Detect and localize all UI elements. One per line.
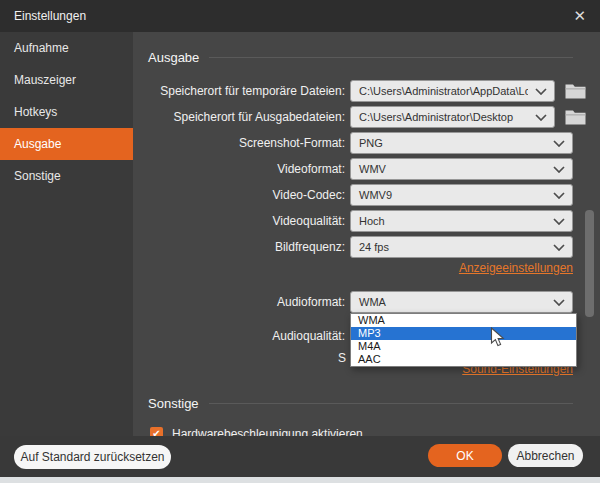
select-value: Hoch — [351, 215, 546, 227]
audio-format-label: Audioformat: — [133, 295, 345, 309]
display-settings-link[interactable]: Anzeigeeinstellungen — [459, 261, 573, 275]
sidebar-item-label: Hotkeys — [14, 105, 57, 119]
obscured-text-fragment: S — [133, 351, 346, 365]
sidebar-item-hotkeys[interactable]: Hotkeys — [0, 96, 133, 128]
settings-dialog: Einstellungen ✕ Aufnahme Mauszeiger Hotk… — [0, 0, 600, 483]
select-value: WMV — [351, 163, 546, 175]
form-row-video-format: Videoformat: WMV — [133, 158, 573, 180]
select-value: WMA — [351, 296, 546, 308]
vertical-scrollbar-thumb[interactable] — [585, 210, 594, 317]
dropdown-option-mp3[interactable]: MP3 — [351, 327, 576, 340]
close-icon[interactable]: ✕ — [573, 0, 586, 32]
select-value: WMV9 — [351, 189, 546, 201]
select-value: C:\Users\Administrator\AppData\Loca — [351, 85, 528, 97]
cancel-button[interactable]: Abbrechen — [508, 444, 583, 467]
select-value: C:\Users\Administrator\Desktop — [351, 111, 528, 123]
section-divider — [209, 57, 573, 58]
chevron-down-icon — [546, 140, 572, 147]
hardware-acceleration-row: ✔ Hardwarebeschleunigung aktivieren — [150, 427, 363, 436]
dropdown-option-wma[interactable]: WMA — [351, 314, 576, 327]
chevron-down-icon — [546, 299, 572, 306]
dropdown-option-m4a[interactable]: M4A — [351, 340, 576, 353]
temp-dir-select[interactable]: C:\Users\Administrator\AppData\Loca — [350, 80, 555, 102]
chevron-down-icon — [546, 166, 572, 173]
sidebar-item-label: Mauszeiger — [14, 73, 76, 87]
frame-rate-label: Bildfrequenz: — [133, 240, 345, 254]
reset-defaults-button[interactable]: Auf Standard zurücksetzen — [14, 445, 171, 469]
hardware-acceleration-label: Hardwarebeschleunigung aktivieren — [172, 427, 363, 436]
window-bottom-edge — [0, 477, 600, 483]
mouse-cursor — [490, 327, 505, 352]
video-format-label: Videoformat: — [133, 162, 345, 176]
titlebar: Einstellungen — [0, 0, 600, 32]
video-quality-label: Videoqualität: — [133, 214, 345, 228]
audio-format-dropdown-list: WMA MP3 M4A AAC — [350, 313, 577, 367]
sidebar-item-label: Aufnahme — [14, 41, 69, 55]
screenshot-format-label: Screenshot-Format: — [133, 136, 345, 150]
hardware-acceleration-checkbox[interactable]: ✔ — [150, 427, 163, 436]
dropdown-option-aac[interactable]: AAC — [351, 353, 576, 366]
temp-dir-label: Speicherort für temporäre Dateien: — [133, 84, 345, 98]
form-row-audio-format: Audioformat: WMA — [133, 291, 573, 313]
display-settings-link-row: Anzeigeeinstellungen — [459, 261, 573, 275]
video-codec-select[interactable]: WMV9 — [350, 184, 573, 206]
settings-content: Ausgabe Speicherort für temporäre Dateie… — [133, 32, 600, 436]
section-divider — [209, 403, 573, 404]
form-row-audio-quality: Audioqualität: — [133, 325, 350, 347]
form-row-frame-rate: Bildfrequenz: 24 fps — [133, 236, 573, 258]
output-dir-select[interactable]: C:\Users\Administrator\Desktop — [350, 106, 555, 128]
chevron-down-icon — [546, 218, 572, 225]
sidebar-item-label: Sonstige — [14, 169, 61, 183]
form-row-video-codec: Video-Codec: WMV9 — [133, 184, 573, 206]
section-title: Sonstige — [148, 396, 199, 411]
folder-browse-button[interactable] — [565, 84, 586, 99]
sidebar: Aufnahme Mauszeiger Hotkeys Ausgabe Sons… — [0, 32, 133, 436]
form-row-screenshot-format: Screenshot-Format: PNG — [133, 132, 573, 154]
sidebar-item-mauszeiger[interactable]: Mauszeiger — [0, 64, 133, 96]
footer-bar: Auf Standard zurücksetzen OK Abbrechen — [0, 436, 600, 477]
chevron-down-icon — [528, 88, 554, 95]
output-dir-label: Speicherort für Ausgabedateien: — [133, 110, 345, 124]
chevron-down-icon — [546, 192, 572, 199]
select-value: PNG — [351, 137, 546, 149]
section-header-sonstige: Sonstige — [148, 395, 573, 412]
select-value: 24 fps — [351, 241, 546, 253]
frame-rate-select[interactable]: 24 fps — [350, 236, 573, 258]
audio-quality-label: Audioqualität: — [133, 329, 345, 343]
form-row-temp-dir: Speicherort für temporäre Dateien: C:\Us… — [133, 80, 586, 102]
form-row-output-dir: Speicherort für Ausgabedateien: C:\Users… — [133, 106, 586, 128]
section-title: Ausgabe — [148, 50, 199, 65]
form-row-video-quality: Videoqualität: Hoch — [133, 210, 573, 232]
chevron-down-icon — [546, 244, 572, 251]
screenshot-format-select[interactable]: PNG — [350, 132, 573, 154]
video-codec-label: Video-Codec: — [133, 188, 345, 202]
video-format-select[interactable]: WMV — [350, 158, 573, 180]
sidebar-item-label: Ausgabe — [14, 137, 61, 151]
ok-button[interactable]: OK — [428, 444, 502, 467]
sidebar-item-aufnahme[interactable]: Aufnahme — [0, 32, 133, 64]
sidebar-item-sonstige[interactable]: Sonstige — [0, 160, 133, 192]
sidebar-item-ausgabe[interactable]: Ausgabe — [0, 128, 133, 160]
window-title: Einstellungen — [14, 9, 86, 23]
video-quality-select[interactable]: Hoch — [350, 210, 573, 232]
chevron-down-icon — [528, 114, 554, 121]
section-header-ausgabe: Ausgabe — [148, 49, 573, 66]
folder-browse-button[interactable] — [565, 110, 586, 125]
audio-format-select[interactable]: WMA — [350, 291, 573, 313]
